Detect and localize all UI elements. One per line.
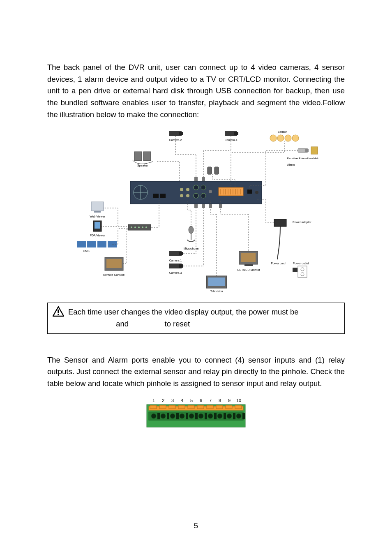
callout-and: and	[116, 319, 129, 328]
svg-rect-40	[214, 167, 219, 174]
label-speaker: Speaker	[137, 164, 148, 167]
svg-rect-78	[202, 204, 205, 208]
svg-point-33	[277, 135, 284, 141]
svg-rect-39	[208, 167, 212, 174]
pin-num-10: 10	[236, 398, 241, 403]
svg-rect-79	[209, 204, 212, 208]
svg-rect-91	[197, 405, 204, 409]
label-television: Television	[210, 290, 223, 292]
svg-point-59	[189, 226, 194, 234]
svg-point-15	[209, 190, 212, 193]
svg-rect-66	[208, 278, 225, 286]
svg-rect-92	[207, 405, 213, 409]
svg-point-113	[227, 414, 232, 419]
pin-num-7: 7	[209, 398, 212, 403]
svg-rect-100	[167, 413, 169, 419]
svg-rect-88	[169, 405, 175, 409]
label-sensor: Sensor	[278, 130, 287, 133]
svg-rect-42	[143, 152, 151, 161]
svg-point-99	[161, 414, 166, 419]
svg-rect-106	[195, 413, 198, 419]
label-alarm: Alarm	[287, 163, 295, 166]
svg-rect-77	[194, 204, 198, 208]
svg-point-34	[285, 135, 291, 141]
label-power-cord: Power cord	[271, 262, 286, 265]
svg-point-13	[194, 193, 198, 198]
page-number: 5	[0, 521, 392, 530]
svg-rect-74	[293, 268, 297, 272]
svg-rect-49	[97, 241, 106, 247]
svg-point-97	[151, 414, 156, 419]
svg-rect-16	[219, 187, 243, 196]
svg-rect-38	[311, 147, 318, 154]
svg-rect-44	[94, 211, 101, 213]
page: The back panel of the DVR unit, user can…	[0, 0, 392, 555]
warning-icon	[53, 306, 64, 317]
svg-point-57	[142, 227, 143, 228]
svg-point-58	[145, 227, 147, 228]
intro-paragraph: The back panel of the DVR unit, user can…	[47, 62, 345, 120]
svg-point-11	[194, 185, 198, 190]
svg-point-7	[180, 188, 183, 191]
svg-rect-52	[106, 259, 122, 268]
svg-point-107	[198, 414, 203, 419]
svg-rect-112	[224, 413, 226, 419]
svg-rect-83	[58, 314, 59, 315]
label-power-adapter: Power adapter	[293, 221, 311, 224]
label-pda-viewer: PDA Viewer	[90, 234, 105, 237]
svg-point-56	[138, 227, 140, 228]
svg-rect-82	[58, 310, 59, 313]
svg-rect-43	[91, 202, 104, 211]
pin-num-3: 3	[171, 398, 174, 403]
label-remote-console: Remote Console	[103, 273, 125, 276]
pin-num-5: 5	[190, 398, 193, 403]
svg-rect-89	[178, 405, 185, 409]
svg-point-27	[255, 191, 258, 194]
warning-callout: Each time user changes the video display…	[47, 303, 345, 333]
callout-toreset: to reset	[165, 319, 190, 328]
svg-rect-90	[188, 405, 194, 409]
svg-rect-47	[77, 241, 86, 247]
pin-num-8: 8	[219, 398, 221, 403]
svg-point-12	[201, 185, 206, 190]
connection-diagram-svg: Camera 2 Camera 4 Sensor Pen drive/ Exte…	[73, 128, 319, 292]
label-monitor: CRT/LCD Monitor	[237, 268, 260, 271]
svg-rect-95	[235, 405, 242, 409]
svg-point-105	[189, 414, 194, 419]
svg-rect-31	[234, 132, 238, 135]
svg-rect-98	[157, 413, 160, 419]
svg-point-14	[201, 193, 206, 198]
svg-point-10	[186, 194, 189, 197]
label-microphone: Microphone	[184, 247, 199, 250]
svg-rect-94	[226, 405, 232, 409]
svg-rect-41	[134, 152, 142, 161]
svg-rect-87	[159, 405, 166, 409]
svg-rect-108	[205, 413, 207, 419]
svg-rect-68	[241, 253, 256, 262]
svg-rect-64	[179, 264, 183, 268]
svg-point-115	[236, 414, 241, 419]
pin-num-6: 6	[200, 398, 202, 403]
svg-rect-80	[219, 204, 222, 208]
callout-text: Each time user changes the video display…	[68, 306, 339, 330]
svg-rect-48	[87, 241, 96, 247]
svg-rect-76	[202, 177, 205, 181]
svg-point-55	[134, 227, 136, 228]
svg-rect-93	[216, 405, 223, 409]
svg-rect-6	[160, 194, 166, 198]
label-pendrive: Pen drive/ External hard disk	[287, 157, 319, 160]
svg-rect-116	[242, 413, 245, 419]
svg-point-109	[208, 414, 213, 419]
pin-num-1: 1	[152, 398, 155, 403]
svg-rect-26	[247, 190, 252, 194]
svg-rect-29	[179, 132, 183, 135]
svg-rect-46	[95, 222, 100, 229]
svg-rect-86	[150, 405, 157, 409]
svg-rect-5	[153, 194, 159, 198]
svg-point-8	[186, 188, 189, 191]
svg-rect-102	[176, 413, 179, 419]
pinhole-diagram: 1 2 3 4 5 6 7 8 9 10	[143, 397, 249, 430]
svg-rect-114	[233, 413, 235, 419]
svg-rect-37	[305, 149, 309, 152]
label-cms: CMS	[83, 250, 90, 252]
